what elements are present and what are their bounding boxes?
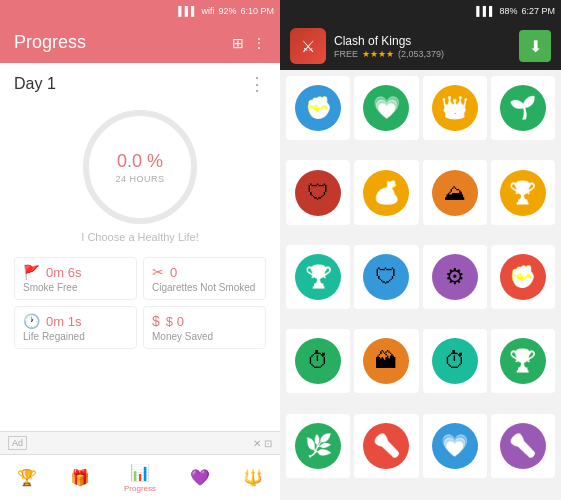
app-name: Clash of Kings bbox=[334, 34, 511, 48]
stat-icon-3: $ bbox=[152, 313, 160, 329]
badge-icon-10: ⚙ bbox=[445, 264, 465, 290]
badge-circle-1: 💗 bbox=[363, 85, 409, 131]
stat-icon-2: 🕐 bbox=[23, 313, 40, 329]
badge-circle-8: 🏆 bbox=[295, 254, 341, 300]
badge-grid: ✊ 💗 👑 🌱 🛡 💰 ⛰ 🏆 🏆 🛡 bbox=[280, 70, 561, 500]
stat-label-2: Life Regained bbox=[23, 331, 128, 342]
nav-icon-3: 💜 bbox=[190, 468, 210, 487]
stat-value-3: $ 0 bbox=[166, 314, 184, 329]
badge-icon-12: ⏱ bbox=[307, 348, 329, 374]
badge-circle-19: 🔦 bbox=[500, 423, 546, 469]
circle-text: 0.0 % 24 HOURS bbox=[115, 151, 164, 184]
badge-icon-1: 💗 bbox=[373, 95, 400, 121]
app-info: Clash of Kings FREE ★★★★ (2,053,379) bbox=[334, 34, 511, 59]
badge-item-13[interactable]: 🏔 bbox=[354, 329, 418, 393]
badge-item-1[interactable]: 💗 bbox=[354, 76, 418, 140]
left-wifi: wifi bbox=[201, 6, 214, 16]
main-area: Progress ⊞ ⋮ Day 1 ⋮ 0.0 % 2 bbox=[0, 22, 561, 500]
day-options-icon[interactable]: ⋮ bbox=[248, 73, 266, 95]
badge-circle-14: ⏱ bbox=[432, 338, 478, 384]
left-signal: ▌▌▌ bbox=[178, 6, 197, 16]
ad-bar: Ad ✕ ⊡ bbox=[0, 431, 280, 454]
header-squares-icon[interactable]: ⊞ bbox=[232, 35, 244, 51]
badge-circle-11: ✊ bbox=[500, 254, 546, 300]
circle-wrap: 0.0 % 24 HOURS bbox=[80, 107, 200, 227]
badge-icon-13: 🏔 bbox=[375, 348, 397, 374]
right-status-bar: ▌▌▌ 88% 6:27 PM bbox=[280, 0, 561, 22]
badge-icon-17: 🔦 bbox=[373, 433, 400, 459]
download-button[interactable]: ⬇ bbox=[519, 30, 551, 62]
stat-icon-row: 🕐 0m 1s bbox=[23, 313, 128, 329]
motivation-text: I Choose a Healthy Life! bbox=[81, 231, 198, 243]
badge-item-11[interactable]: ✊ bbox=[491, 245, 555, 309]
badge-icon-18: 💗 bbox=[441, 433, 468, 459]
badge-item-18[interactable]: 💗 bbox=[423, 414, 487, 478]
nav-item-4[interactable]: 🔱 bbox=[243, 468, 263, 487]
badge-item-12[interactable]: ⏱ bbox=[286, 329, 350, 393]
badge-item-8[interactable]: 🏆 bbox=[286, 245, 350, 309]
badge-item-19[interactable]: 🔦 bbox=[491, 414, 555, 478]
badge-circle-3: 🌱 bbox=[500, 85, 546, 131]
badge-icon-15: 🏆 bbox=[509, 348, 536, 374]
left-battery: 92% bbox=[218, 6, 236, 16]
left-time: 6:10 PM bbox=[240, 6, 274, 16]
stat-cell-0: 🚩 0m 6s Smoke Free bbox=[14, 257, 137, 300]
badge-item-7[interactable]: 🏆 bbox=[491, 160, 555, 224]
stat-cell-3: $ $ 0 Money Saved bbox=[143, 306, 266, 349]
stat-cell-2: 🕐 0m 1s Life Regained bbox=[14, 306, 137, 349]
badge-icon-3: 🌱 bbox=[509, 95, 536, 121]
badge-circle-18: 💗 bbox=[432, 423, 478, 469]
nav-label-2: Progress bbox=[124, 484, 156, 493]
stat-icon-1: ✂ bbox=[152, 264, 164, 280]
day-label: Day 1 bbox=[14, 75, 56, 93]
badge-circle-10: ⚙ bbox=[432, 254, 478, 300]
stat-icon-row: ✂ 0 bbox=[152, 264, 257, 280]
stat-label-3: Money Saved bbox=[152, 331, 257, 342]
ad-close-icon[interactable]: ✕ ⊡ bbox=[253, 438, 272, 449]
badge-item-6[interactable]: ⛰ bbox=[423, 160, 487, 224]
nav-item-1[interactable]: 🎁 bbox=[70, 468, 90, 487]
nav-icon-1: 🎁 bbox=[70, 468, 90, 487]
badge-item-2[interactable]: 👑 bbox=[423, 76, 487, 140]
nav-item-0[interactable]: 🏆 bbox=[17, 468, 37, 487]
badge-circle-5: 💰 bbox=[363, 170, 409, 216]
badge-icon-6: ⛰ bbox=[444, 180, 466, 206]
nav-item-2[interactable]: 📊 Progress bbox=[124, 463, 156, 493]
badge-item-3[interactable]: 🌱 bbox=[491, 76, 555, 140]
badge-item-5[interactable]: 💰 bbox=[354, 160, 418, 224]
bottom-nav: 🏆 🎁 📊 Progress 💜 🔱 bbox=[0, 454, 280, 500]
badge-circle-12: ⏱ bbox=[295, 338, 341, 384]
badge-item-0[interactable]: ✊ bbox=[286, 76, 350, 140]
badge-icon-4: 🛡 bbox=[307, 180, 329, 206]
day-row: Day 1 ⋮ bbox=[14, 73, 266, 95]
badge-item-17[interactable]: 🔦 bbox=[354, 414, 418, 478]
badge-icon-7: 🏆 bbox=[509, 180, 536, 206]
app-free: FREE bbox=[334, 49, 358, 59]
nav-item-3[interactable]: 💜 bbox=[190, 468, 210, 487]
stat-value-1: 0 bbox=[170, 265, 177, 280]
badge-item-9[interactable]: 🛡 bbox=[354, 245, 418, 309]
badge-item-14[interactable]: ⏱ bbox=[423, 329, 487, 393]
hours-label: 24 HOURS bbox=[115, 174, 164, 184]
badge-item-4[interactable]: 🛡 bbox=[286, 160, 350, 224]
badge-icon-19: 🔦 bbox=[509, 433, 536, 459]
app-header: ⚔ Clash of Kings FREE ★★★★ (2,053,379) ⬇ bbox=[280, 22, 561, 70]
badge-item-15[interactable]: 🏆 bbox=[491, 329, 555, 393]
stat-label-1: Cigarettes Not Smoked bbox=[152, 282, 257, 293]
badge-item-10[interactable]: ⚙ bbox=[423, 245, 487, 309]
right-battery: 88% bbox=[499, 6, 517, 16]
right-panel: ⚔ Clash of Kings FREE ★★★★ (2,053,379) ⬇… bbox=[280, 22, 561, 500]
stat-icon-0: 🚩 bbox=[23, 264, 40, 280]
ad-label: Ad bbox=[8, 436, 27, 450]
badge-circle-13: 🏔 bbox=[363, 338, 409, 384]
nav-icon-2: 📊 bbox=[130, 463, 150, 482]
nav-icon-0: 🏆 bbox=[17, 468, 37, 487]
header-menu-icon[interactable]: ⋮ bbox=[252, 35, 266, 51]
badge-circle-9: 🛡 bbox=[363, 254, 409, 300]
stat-label-0: Smoke Free bbox=[23, 282, 128, 293]
badge-item-16[interactable]: 🌿 bbox=[286, 414, 350, 478]
stat-icon-row: $ $ 0 bbox=[152, 313, 257, 329]
stats-grid: 🚩 0m 6s Smoke Free ✂ 0 Cigarettes Not Sm… bbox=[14, 257, 266, 349]
stat-value-0: 0m 6s bbox=[46, 265, 81, 280]
badge-circle-4: 🛡 bbox=[295, 170, 341, 216]
